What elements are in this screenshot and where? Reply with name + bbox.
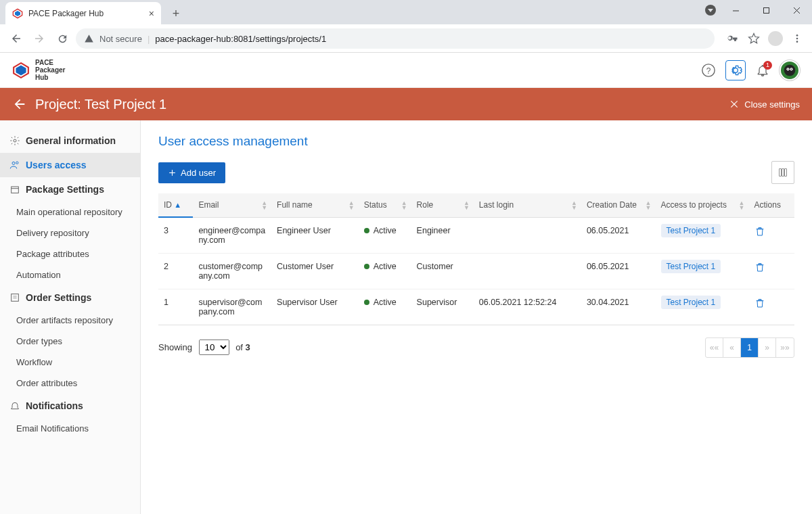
svg-point-17 bbox=[791, 68, 792, 70]
columns-button[interactable] bbox=[771, 161, 794, 184]
logo-text-2: Packager bbox=[35, 66, 65, 74]
app-logo[interactable]: PACE Packager Hub bbox=[12, 59, 65, 81]
menu-icon[interactable] bbox=[789, 30, 805, 47]
sidebar-link[interactable]: Automation bbox=[0, 264, 140, 285]
page-next[interactable]: » bbox=[759, 338, 776, 357]
page-current[interactable]: 1 bbox=[741, 338, 759, 357]
tab-close-icon[interactable]: × bbox=[149, 8, 154, 19]
logo-text-3: Hub bbox=[35, 74, 65, 81]
star-icon[interactable] bbox=[746, 30, 762, 47]
back-arrow-icon[interactable] bbox=[12, 97, 27, 112]
main-content: User access management Add user ID ▲ Ema… bbox=[141, 120, 812, 514]
sidebar-link[interactable]: Workflow bbox=[0, 352, 140, 373]
sidebar-label: Users access bbox=[26, 160, 87, 170]
sidebar-item-notifications[interactable]: Notifications bbox=[0, 394, 140, 418]
trash-icon[interactable] bbox=[754, 298, 789, 308]
cell-role: Customer bbox=[411, 253, 474, 289]
sidebar-item-order[interactable]: Order Settings bbox=[0, 285, 140, 310]
sidebar-item-users[interactable]: Users access bbox=[0, 153, 140, 177]
logo-text-1: PACE bbox=[35, 59, 65, 66]
project-bar: Project: Test Project 1 Close settings bbox=[0, 88, 812, 120]
sidebar-link[interactable]: Main operational repository bbox=[0, 202, 140, 223]
col-lastlogin[interactable]: Last login▲▼ bbox=[474, 193, 581, 217]
sidebar-label: Notifications bbox=[26, 400, 83, 411]
cell-email: customer@company.com bbox=[193, 253, 271, 289]
new-tab-button[interactable]: + bbox=[166, 4, 185, 23]
sidebar-link[interactable]: Package attributes bbox=[0, 243, 140, 264]
sidebar-link[interactable]: Order attributes bbox=[0, 373, 140, 394]
col-id[interactable]: ID ▲ bbox=[158, 193, 193, 217]
table-row[interactable]: 2customer@company.comCustomer UserActive… bbox=[158, 253, 794, 289]
help-icon[interactable]: ? bbox=[701, 63, 716, 78]
close-settings-button[interactable]: Close settings bbox=[729, 99, 800, 110]
page-last[interactable]: »» bbox=[776, 338, 794, 357]
sidebar-item-package[interactable]: Package Settings bbox=[0, 177, 140, 202]
cell-status: Active bbox=[359, 217, 411, 253]
sidebar-link[interactable]: Email Notifications bbox=[0, 418, 140, 439]
col-fullname[interactable]: Full name▲▼ bbox=[271, 193, 359, 217]
nav-reload-icon[interactable] bbox=[53, 29, 72, 48]
cell-email: supervisor@company.com bbox=[193, 289, 271, 325]
package-icon bbox=[9, 184, 20, 195]
cell-lastlogin bbox=[474, 217, 581, 253]
cell-email: engineer@company.com bbox=[193, 217, 271, 253]
bell-outline-icon bbox=[9, 400, 20, 411]
svg-rect-31 bbox=[782, 169, 784, 177]
app-header: PACE Packager Hub ? 1 bbox=[0, 53, 812, 88]
add-user-label: Add user bbox=[181, 168, 216, 178]
tab-strip: PACE Packager Hub × + bbox=[0, 0, 812, 24]
bell-icon[interactable]: 1 bbox=[755, 63, 770, 78]
settings-icon[interactable] bbox=[725, 60, 746, 80]
list-icon bbox=[9, 292, 20, 303]
svg-rect-32 bbox=[785, 169, 787, 177]
svg-rect-25 bbox=[12, 294, 19, 302]
cell-status: Active bbox=[359, 289, 411, 325]
col-status[interactable]: Status▲▼ bbox=[359, 193, 411, 217]
col-email[interactable]: Email▲▼ bbox=[193, 193, 271, 217]
profile-icon[interactable] bbox=[767, 30, 784, 47]
sidebar-label: General information bbox=[26, 135, 116, 146]
user-avatar[interactable] bbox=[780, 60, 800, 80]
sidebar-link[interactable]: Delivery repository bbox=[0, 223, 140, 243]
table-row[interactable]: 3engineer@company.comEngineer UserActive… bbox=[158, 217, 794, 253]
col-role[interactable]: Role▲▼ bbox=[411, 193, 474, 217]
browser-tab[interactable]: PACE Packager Hub × bbox=[5, 2, 161, 24]
project-chip[interactable]: Test Project 1 bbox=[661, 260, 721, 273]
address-bar[interactable]: Not secure | pace-packager-hub:8081/sett… bbox=[76, 28, 715, 49]
window-account-icon[interactable] bbox=[700, 0, 721, 20]
window-close-icon[interactable] bbox=[782, 0, 812, 20]
project-chip[interactable]: Test Project 1 bbox=[661, 224, 721, 237]
key-icon[interactable] bbox=[724, 30, 740, 47]
status-dot-icon bbox=[364, 300, 369, 305]
sidebar-link[interactable]: Order artifacts repository bbox=[0, 310, 140, 331]
svg-rect-30 bbox=[780, 169, 782, 177]
cell-creation: 06.05.2021 bbox=[581, 253, 656, 289]
pagination: «« « 1 » »» bbox=[705, 337, 794, 358]
page-prev[interactable]: « bbox=[723, 338, 741, 357]
add-user-button[interactable]: Add user bbox=[158, 162, 225, 183]
cell-id: 3 bbox=[158, 217, 193, 253]
window-minimize-icon[interactable] bbox=[721, 0, 751, 20]
showing-info: Showing 10 of 3 bbox=[158, 340, 250, 355]
svg-text:?: ? bbox=[706, 66, 711, 75]
sidebar-link[interactable]: Order types bbox=[0, 331, 140, 352]
trash-icon[interactable] bbox=[754, 262, 789, 273]
cell-role: Supervisor bbox=[411, 289, 474, 325]
sidebar-item-general[interactable]: General information bbox=[0, 128, 140, 153]
cell-fullname: Customer User bbox=[271, 253, 359, 289]
cell-actions bbox=[749, 253, 794, 289]
svg-rect-3 bbox=[764, 7, 769, 13]
trash-icon[interactable] bbox=[754, 226, 789, 237]
window-maximize-icon[interactable] bbox=[751, 0, 782, 20]
project-chip[interactable]: Test Project 1 bbox=[661, 296, 721, 309]
page-size-select[interactable]: 10 bbox=[199, 340, 229, 355]
col-creation[interactable]: Creation Date▲▼ bbox=[581, 193, 656, 217]
browser-chrome: PACE Packager Hub × + Not secure | pace-… bbox=[0, 0, 812, 53]
table-row[interactable]: 1supervisor@company.comSupervisor UserAc… bbox=[158, 289, 794, 325]
page-first[interactable]: «« bbox=[706, 338, 723, 357]
cell-creation: 06.05.2021 bbox=[581, 217, 656, 253]
svg-rect-23 bbox=[12, 187, 19, 193]
nav-back-icon[interactable] bbox=[7, 29, 26, 48]
col-access[interactable]: Access to projects▲▼ bbox=[656, 193, 749, 217]
svg-point-21 bbox=[12, 162, 15, 164]
